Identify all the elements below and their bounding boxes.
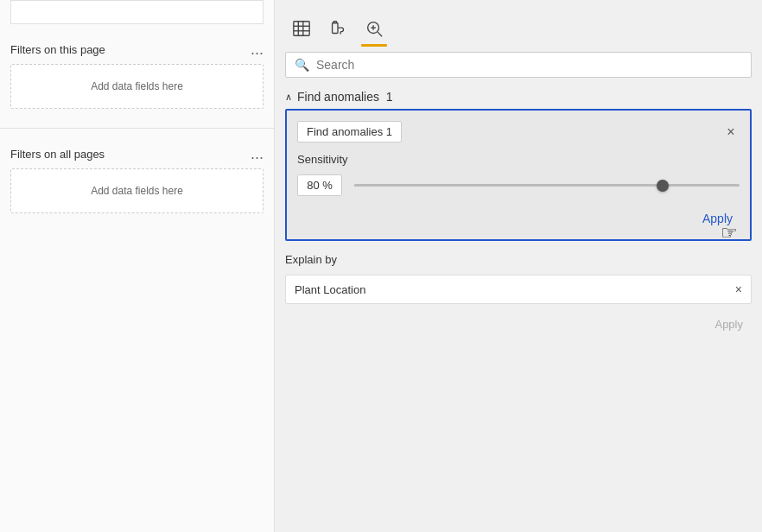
slider-thumb[interactable] — [657, 180, 669, 192]
explain-by-card: Plant Location × — [285, 275, 752, 304]
card-title: Find anomalies 1 — [297, 121, 402, 142]
card-close-button[interactable]: × — [722, 124, 740, 141]
apply-button[interactable]: Apply — [695, 208, 740, 229]
slider-track — [354, 184, 740, 187]
find-anomalies-label: Find anomalies 1 — [297, 90, 393, 104]
filters-all-pages-dropzone[interactable]: Add data fields here — [10, 168, 264, 213]
chevron-up-icon: ∧ — [285, 92, 292, 103]
toolbar — [275, 0, 762, 45]
slider-fill — [354, 184, 663, 187]
filters-all-pages-title: Filters on all pages — [10, 148, 105, 161]
apply-btn-row: Apply ☞ — [297, 208, 740, 229]
sensitivity-slider[interactable] — [354, 177, 740, 194]
svg-rect-5 — [333, 23, 338, 34]
plant-location-text: Plant Location — [295, 283, 365, 296]
sensitivity-value: 80 % — [297, 174, 342, 196]
top-empty-box — [10, 0, 264, 24]
search-bar[interactable]: 🔍 — [285, 52, 752, 78]
filters-all-pages-menu[interactable]: ... — [251, 146, 264, 162]
filters-all-pages-header: Filters on all pages ... — [10, 146, 264, 162]
section-divider — [0, 128, 274, 129]
filters-this-page-header: Filters on this page ... — [10, 41, 264, 57]
filters-this-page-menu[interactable]: ... — [251, 41, 264, 57]
find-anomalies-header[interactable]: ∧ Find anomalies 1 — [275, 85, 762, 109]
left-panel: Filters on this page ... Add data fields… — [0, 0, 275, 532]
paint-icon-button[interactable] — [321, 12, 354, 45]
search-icon: 🔍 — [295, 58, 309, 72]
filters-this-page-section: Filters on this page ... Add data fields… — [0, 33, 274, 124]
filters-this-page-title: Filters on this page — [10, 43, 105, 56]
search-input[interactable] — [316, 58, 742, 72]
svg-rect-0 — [294, 22, 309, 36]
sensitivity-row: 80 % — [297, 174, 740, 196]
explain-by-apply-row: Apply — [285, 311, 752, 337]
explain-by-apply-button: Apply — [714, 318, 743, 331]
explain-by-label: Explain by — [285, 251, 752, 268]
card-title-row: Find anomalies 1 × — [297, 121, 740, 142]
sensitivity-label: Sensitivity — [297, 153, 740, 166]
filters-all-pages-section: Filters on all pages ... Add data fields… — [0, 137, 274, 229]
filters-this-page-dropzone[interactable]: Add data fields here — [10, 64, 264, 109]
right-panel: 🔍 ∧ Find anomalies 1 Find anomalies 1 × … — [275, 0, 762, 532]
plant-location-row: Plant Location × — [286, 276, 751, 303]
magnify-icon-button[interactable] — [358, 12, 391, 45]
explain-by-section: Explain by Plant Location × Apply — [285, 251, 752, 337]
svg-line-7 — [378, 32, 382, 36]
find-anomalies-card: Find anomalies 1 × Sensitivity 80 % Appl… — [285, 109, 752, 241]
table-icon-button[interactable] — [285, 12, 318, 45]
plant-location-remove-button[interactable]: × — [735, 282, 742, 296]
